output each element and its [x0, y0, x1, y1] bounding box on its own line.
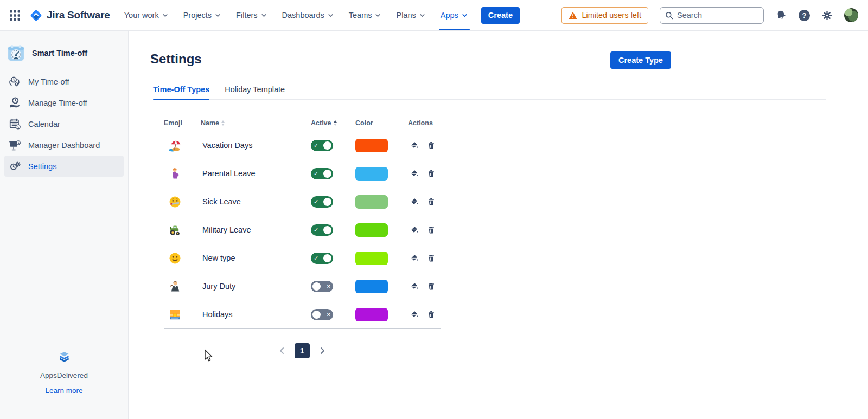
app-title: Jira Software [47, 9, 110, 21]
active-toggle[interactable]: × [311, 309, 333, 320]
nav-item-plans[interactable]: Plans [396, 0, 425, 30]
table-row: Sick Leave✓ [164, 188, 441, 216]
help-icon[interactable]: ? [799, 10, 810, 21]
chevron-down-icon [260, 12, 267, 19]
active-toggle[interactable]: ✓ [311, 140, 333, 151]
emoji-slightly-smiling-face [164, 252, 201, 265]
trash-icon[interactable] [427, 282, 436, 291]
trash-icon[interactable] [427, 141, 436, 150]
active-toggle[interactable]: ✓ [311, 168, 333, 179]
search-input[interactable] [677, 11, 753, 20]
create-button[interactable]: Create [481, 7, 520, 24]
fill-color-icon[interactable] [410, 254, 419, 262]
color-swatch [355, 223, 388, 237]
sidebar-app-title: Smart Time-off [32, 49, 87, 57]
nav-item-dashboards[interactable]: Dashboards [282, 0, 334, 30]
sidebar-item-calendar[interactable]: Calendar [4, 113, 124, 134]
column-header-emoji: Emoji [164, 119, 201, 127]
dashboard-icon [8, 139, 21, 151]
create-type-button[interactable]: Create Type [610, 51, 671, 69]
toggle-knob [323, 170, 331, 178]
column-header-label: Emoji [164, 119, 182, 127]
fill-color-icon[interactable] [410, 141, 419, 150]
sidebar-item-manager-dashboard[interactable]: Manager Dashboard [4, 134, 124, 156]
column-header-name[interactable]: Name [201, 119, 311, 127]
nav-item-teams[interactable]: Teams [349, 0, 382, 30]
type-name: Holidays [202, 310, 233, 319]
bell-icon[interactable] [775, 9, 787, 21]
toggle-knob [323, 141, 331, 150]
type-name: New type [202, 254, 235, 262]
type-name: Jury Duty [202, 282, 235, 291]
sidebar-item-label: My Time-off [28, 78, 69, 86]
sidebar-footer: AppsDelivered Learn more [0, 350, 128, 395]
nav-item-label: Filters [236, 11, 257, 20]
color-swatch [355, 139, 388, 152]
trash-icon[interactable] [427, 254, 436, 262]
emoji-judge [164, 280, 201, 293]
nav-item-filters[interactable]: Filters [236, 0, 267, 30]
gear-icon[interactable] [821, 10, 833, 21]
sidebar-item-manage-time-off[interactable]: Manage Time-off [4, 92, 124, 113]
tab-bar: Time-Off TypesHoliday Template [153, 85, 826, 100]
active-toggle[interactable]: × [311, 281, 333, 292]
nav-item-label: Plans [396, 11, 416, 20]
check-icon: ✓ [312, 227, 320, 233]
nav-item-apps[interactable]: Apps [441, 0, 468, 30]
x-icon: × [326, 283, 331, 289]
fill-color-icon[interactable] [410, 282, 419, 291]
sidebar-navigation: My Time-offManage Time-offCalendarManage… [4, 71, 124, 177]
trash-icon[interactable] [427, 169, 436, 178]
pagination-current-page[interactable]: 1 [295, 343, 310, 358]
app-switcher-icon[interactable] [8, 8, 22, 22]
avatar[interactable] [844, 8, 858, 22]
top-navigation: Your workProjectsFiltersDashboardsTeamsP… [124, 0, 468, 30]
toggle-knob [312, 282, 321, 291]
tab-time-off-types[interactable]: Time-Off Types [153, 85, 209, 99]
chevron-down-icon [327, 12, 334, 19]
column-header-color: Color [355, 119, 408, 127]
fill-color-icon[interactable] [410, 225, 419, 234]
emoji-face-with-thermometer [164, 195, 201, 209]
active-toggle[interactable]: ✓ [311, 253, 333, 264]
table-row: Jury Duty× [164, 272, 441, 300]
nav-item-label: Teams [349, 11, 372, 20]
fill-color-icon[interactable] [410, 169, 419, 178]
jira-logo[interactable]: Jira Software [29, 9, 110, 22]
active-toggle[interactable]: ✓ [311, 224, 333, 236]
learn-more-link[interactable]: Learn more [45, 386, 82, 395]
fill-color-icon[interactable] [410, 310, 419, 319]
pagination: 1 [164, 343, 441, 358]
tab-holiday-template[interactable]: Holiday Template [225, 85, 285, 99]
pagination-prev-button[interactable] [278, 346, 286, 355]
sidebar-item-label: Manage Time-off [28, 99, 87, 107]
table-header-row: EmojiNameActiveColorActions [164, 119, 441, 131]
column-header-actions: Actions [408, 119, 441, 127]
chevron-down-icon [214, 12, 221, 19]
nav-item-projects[interactable]: Projects [183, 0, 221, 30]
nav-item-label: Dashboards [282, 11, 324, 20]
sidebar-item-settings[interactable]: Settings [4, 156, 124, 177]
check-icon: ✓ [312, 255, 320, 261]
nav-item-your-work[interactable]: Your work [124, 0, 169, 30]
sidebar-item-my-time-off[interactable]: My Time-off [4, 71, 124, 92]
column-header-label: Name [201, 119, 219, 127]
screen: Jira Software Your workProjectsFiltersDa… [0, 0, 868, 419]
chevron-down-icon [419, 12, 426, 19]
active-toggle[interactable]: ✓ [311, 196, 333, 208]
fill-color-icon[interactable] [410, 197, 419, 206]
layers-icon [57, 350, 72, 364]
sidebar: Smart Time-off My Time-offManage Time-of… [0, 31, 129, 419]
trash-icon[interactable] [427, 310, 436, 319]
type-name: Sick Leave [202, 197, 241, 206]
trash-icon[interactable] [427, 225, 436, 234]
topbar-right: Limited users left ? [561, 7, 858, 24]
type-name: Parental Leave [202, 169, 256, 178]
limited-users-button[interactable]: Limited users left [561, 7, 648, 24]
table-body: Vacation Days✓Parental Leave✓Sick Leave✓… [164, 131, 441, 329]
column-header-active[interactable]: Active [311, 119, 355, 127]
search-icon [665, 11, 673, 20]
pagination-next-button[interactable] [318, 346, 327, 355]
trash-icon[interactable] [427, 197, 436, 206]
check-icon: ✓ [312, 171, 320, 177]
